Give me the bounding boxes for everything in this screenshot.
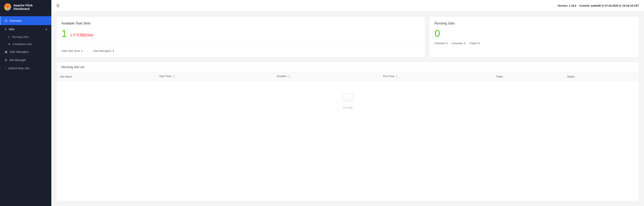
slot-label-text: 1个可用的Slot [70, 33, 94, 38]
no-data-text: No Data [343, 106, 352, 109]
sidebar-item-running-jobs[interactable]: ▷ Running Jobs [0, 33, 51, 41]
hamburger-menu-button[interactable]: ☰ [56, 4, 60, 8]
card-divider [62, 46, 420, 46]
running-jobs-card: Running Jobs 0 Finished 0 Canceled 2 Fai… [430, 17, 639, 58]
sidebar-item-task-managers-label: Task Managers [10, 50, 29, 54]
col-duration: Duration ▲▼ [274, 72, 380, 81]
task-slots-stats: Total Task Slots 1 | Task Managers 1 [62, 49, 420, 52]
version-label: Version: [558, 4, 568, 7]
commit-label: Commit: [579, 4, 590, 7]
svg-rect-0 [342, 94, 353, 101]
col-start-time-label: Start Time [159, 75, 171, 78]
failed-label: Failed [470, 42, 477, 45]
job-table-head: Job Name Start Time ▲▼ Duration ▲▼ End T… [56, 72, 639, 81]
no-data-placeholder: No Data [56, 81, 639, 121]
no-data-cell: No Data [56, 81, 639, 122]
running-jobs-card-title: Running Jobs [434, 22, 634, 25]
total-task-slots-label: Total Task Slots [62, 49, 80, 52]
col-status-label: Status [567, 75, 574, 78]
page-content: Available Task Slots 1 1个可用的Slot Total T… [51, 12, 644, 206]
jobs-collapse-icon: ∧ [46, 28, 47, 31]
slot-row: 1 1个可用的Slot [62, 29, 420, 42]
no-data-icon [342, 93, 354, 104]
app-header: ☰ Version: 1.10.0 Commit: aa4eb8f @ 07.0… [51, 0, 644, 12]
total-task-slots-stat: Total Task Slots 1 [62, 49, 82, 52]
header-right: Version: 1.10.0 Commit: aa4eb8f @ 07.02.… [558, 4, 639, 7]
header-left: ☰ [56, 4, 60, 8]
jobs-menu-icon: ≡ [5, 28, 6, 31]
sidebar: 🦊 Apache Flink Dashboard ⊙ Overview ≡ Jo… [0, 0, 51, 206]
app-logo-icon: 🦊 [4, 3, 11, 11]
start-time-sort-icon[interactable]: ▲▼ [173, 75, 175, 78]
app-logo-text: Apache Flink Dashboard [14, 4, 47, 11]
sidebar-item-job-manager-label: Job Manager [9, 58, 26, 62]
col-tasks: Tasks [493, 72, 564, 81]
col-status: Status [564, 72, 639, 81]
sidebar-item-job-manager[interactable]: ⊞ Job Manager [0, 56, 51, 64]
canceled-stat: Canceled 2 [452, 42, 466, 45]
canceled-label: Canceled [452, 42, 463, 45]
col-duration-label: Duration [277, 75, 287, 78]
sidebar-item-task-managers[interactable]: ▦ Task Managers [0, 48, 51, 56]
sidebar-item-running-jobs-label: Running Jobs [12, 35, 29, 39]
col-tasks-label: Tasks [496, 75, 503, 78]
running-job-list-card: Running Job List Job Name Start Time ▲▼ … [56, 62, 639, 201]
running-jobs-number: 0 [434, 29, 634, 39]
sidebar-item-submit-new-job-label: Submit New Job [8, 67, 29, 70]
finished-stat: Finished 0 [434, 42, 447, 45]
end-time-sort-icon[interactable]: ▲▼ [396, 75, 398, 78]
col-end-time-label: End Time [383, 75, 394, 78]
task-slots-card: Available Task Slots 1 1个可用的Slot Total T… [56, 17, 425, 58]
main-content: ☰ Version: 1.10.0 Commit: aa4eb8f @ 07.0… [51, 0, 644, 206]
sidebar-item-jobs-label: Jobs [8, 28, 14, 31]
summary-cards-row: Available Task Slots 1 1个可用的Slot Total T… [56, 17, 639, 58]
commit-value: aa4eb8f @ 07.02.2020 @ 19:18:19 CET [591, 4, 639, 7]
sidebar-item-completed-jobs-label: Completed Jobs [12, 43, 32, 46]
completed-jobs-icon: ⊘ [8, 43, 10, 46]
stat-separator: | [88, 49, 88, 52]
duration-sort-icon[interactable]: ▲▼ [288, 75, 290, 78]
failed-value: 0 [478, 42, 480, 45]
running-job-table: Job Name Start Time ▲▼ Duration ▲▼ End T… [56, 72, 639, 121]
sidebar-item-submit-new-job[interactable]: ↑ Submit New Job [0, 64, 51, 72]
failed-stat: Failed 0 [470, 42, 480, 45]
running-jobs-stats: Finished 0 Canceled 2 Failed 0 [434, 42, 634, 45]
no-data-row: No Data [56, 81, 639, 122]
finished-value: 0 [446, 42, 447, 45]
col-job-name-label: Job Name [60, 75, 72, 78]
total-task-slots-value: 1 [81, 49, 82, 52]
submit-new-job-icon: ↑ [5, 67, 6, 70]
task-managers-stat: Task Managers 1 [93, 49, 114, 52]
overview-icon: ⊙ [5, 19, 8, 23]
job-table-header-row: Job Name Start Time ▲▼ Duration ▲▼ End T… [56, 72, 639, 81]
canceled-value: 2 [464, 42, 466, 45]
job-manager-icon: ⊞ [5, 58, 7, 62]
running-job-list-header: Running Job List [56, 62, 639, 72]
sidebar-item-overview[interactable]: ⊙ Overview [0, 16, 51, 25]
finished-label: Finished [434, 42, 444, 45]
sidebar-item-completed-jobs[interactable]: ⊘ Completed Jobs [0, 41, 51, 48]
running-jobs-icon: ▷ [8, 35, 10, 39]
job-table-body: No Data [56, 81, 639, 122]
col-start-time: Start Time ▲▼ [156, 72, 273, 81]
task-managers-value: 1 [112, 49, 114, 52]
task-managers-label: Task Managers [93, 49, 111, 52]
task-slots-card-title: Available Task Slots [62, 22, 420, 25]
col-job-name: Job Name [56, 72, 156, 81]
version-value: 1.10.0 [569, 4, 576, 7]
sidebar-nav: ⊙ Overview ≡ Jobs ∧ ▷ Running Jobs ⊘ Com… [0, 14, 51, 206]
version-info: Version: 1.10.0 Commit: aa4eb8f @ 07.02.… [558, 4, 639, 7]
task-managers-icon: ▦ [5, 50, 8, 54]
col-end-time: End Time ▲▼ [380, 72, 493, 81]
sidebar-item-overview-label: Overview [10, 19, 21, 23]
available-slots-number: 1 [62, 29, 67, 39]
sidebar-logo: 🦊 Apache Flink Dashboard [0, 0, 51, 14]
sidebar-item-jobs[interactable]: ≡ Jobs ∧ [0, 25, 51, 33]
